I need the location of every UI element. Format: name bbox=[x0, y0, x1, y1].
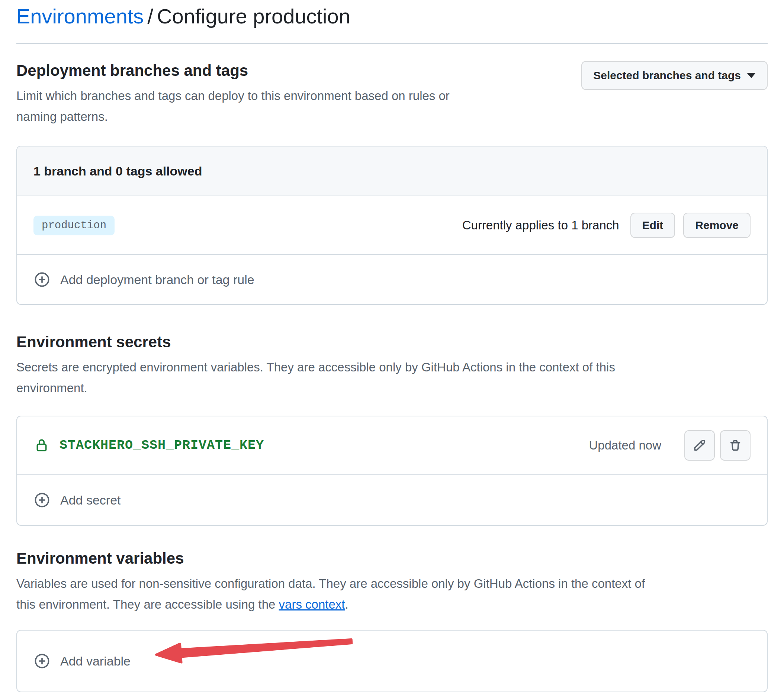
deployment-description-line1: Limit which branches and tags can deploy… bbox=[16, 86, 450, 106]
secret-name: STACKHERO_SSH_PRIVATE_KEY bbox=[59, 438, 264, 453]
variables-description-line2-suffix: . bbox=[345, 597, 349, 611]
lock-icon bbox=[33, 437, 50, 454]
variables-box: Add variable bbox=[16, 630, 768, 692]
plus-circle-icon bbox=[33, 653, 51, 670]
add-variable-label: Add variable bbox=[60, 654, 130, 668]
secrets-box: STACKHERO_SSH_PRIVATE_KEY Updated now bbox=[16, 416, 768, 526]
deployment-description-line2: naming patterns. bbox=[16, 106, 450, 127]
pencil-icon bbox=[692, 438, 707, 453]
plus-circle-icon bbox=[33, 271, 51, 288]
title-divider bbox=[16, 43, 768, 44]
trash-icon bbox=[728, 438, 743, 453]
variables-description-line2: this environment. They are accessible us… bbox=[16, 594, 768, 615]
secrets-description: Secrets are encrypted environment variab… bbox=[16, 357, 768, 398]
secrets-heading: Environment secrets bbox=[16, 332, 768, 352]
rules-summary-header: 1 branch and 0 tags allowed bbox=[17, 146, 767, 196]
secrets-description-line2: environment. bbox=[16, 378, 768, 398]
branch-rule-name-badge: production bbox=[33, 216, 115, 235]
deployment-heading: Deployment branches and tags bbox=[16, 61, 450, 80]
branch-rule-status: Currently applies to 1 branch bbox=[462, 218, 619, 232]
add-variable-button[interactable]: Add variable bbox=[17, 630, 767, 691]
edit-rule-button[interactable]: Edit bbox=[631, 213, 675, 238]
deployment-section-header: Deployment branches and tags Limit which… bbox=[16, 61, 768, 127]
delete-secret-button[interactable] bbox=[720, 430, 751, 461]
plus-circle-icon bbox=[33, 492, 51, 508]
deployment-description: Limit which branches and tags can deploy… bbox=[16, 86, 450, 127]
edit-secret-button[interactable] bbox=[684, 430, 715, 461]
breadcrumb-environments-link[interactable]: Environments bbox=[16, 5, 143, 28]
branch-rule-row: production Currently applies to 1 branch… bbox=[17, 196, 767, 254]
branch-policy-dropdown-label: Selected branches and tags bbox=[593, 69, 741, 82]
page-title-current: Configure production bbox=[157, 5, 350, 28]
breadcrumb-separator: / bbox=[147, 5, 153, 28]
secret-updated-timestamp: Updated now bbox=[589, 438, 661, 452]
add-secret-button[interactable]: Add secret bbox=[17, 474, 767, 525]
deployment-heading-block: Deployment branches and tags Limit which… bbox=[16, 61, 450, 127]
variables-description-line2-prefix: this environment. They are accessible us… bbox=[16, 597, 279, 611]
secrets-description-line1: Secrets are encrypted environment variab… bbox=[16, 357, 768, 378]
branch-policy-dropdown[interactable]: Selected branches and tags bbox=[581, 61, 768, 90]
triangle-down-icon bbox=[747, 73, 756, 78]
variables-heading: Environment variables bbox=[16, 549, 768, 568]
vars-context-link[interactable]: vars context bbox=[279, 597, 345, 611]
variables-description: Variables are used for non-sensitive con… bbox=[16, 573, 768, 615]
configure-environment-page: Environments/Configure production Deploy… bbox=[0, 0, 784, 692]
remove-rule-button[interactable]: Remove bbox=[683, 213, 751, 238]
variables-description-line1: Variables are used for non-sensitive con… bbox=[16, 573, 768, 594]
deployment-rules-box: 1 branch and 0 tags allowed production C… bbox=[16, 146, 768, 305]
page-title: Environments/Configure production bbox=[16, 4, 768, 29]
add-branch-rule-button[interactable]: Add deployment branch or tag rule bbox=[17, 254, 767, 304]
secret-row: STACKHERO_SSH_PRIVATE_KEY Updated now bbox=[17, 416, 767, 474]
add-branch-rule-label: Add deployment branch or tag rule bbox=[60, 273, 254, 287]
add-secret-label: Add secret bbox=[60, 493, 121, 507]
